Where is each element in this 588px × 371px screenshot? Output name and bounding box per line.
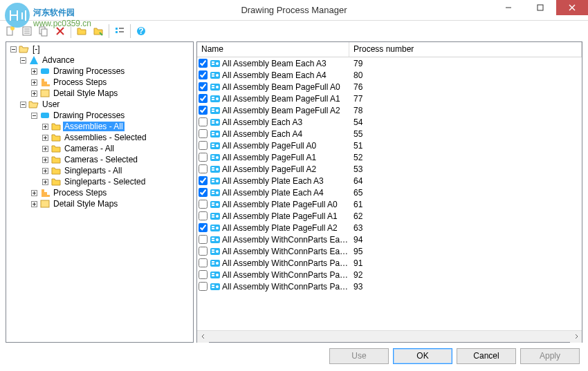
expand-icon[interactable] [41,133,49,142]
list-row[interactable]: All Assembly Beam PageFull A1 77 [197,93,582,104]
tree-user-sp_sel[interactable]: Singleparts - Selected [8,176,192,187]
list-row[interactable]: All Assembly PageFull A2 53 [197,163,582,175]
folder-button-2[interactable] [91,23,106,39]
help-button[interactable]: ? [134,23,149,39]
expand-icon[interactable] [30,67,38,75]
row-checkbox[interactable] [199,176,208,185]
expand-icon[interactable] [41,178,49,186]
expand-icon[interactable] [30,89,38,97]
row-checkbox[interactable] [199,200,208,209]
horizontal-scrollbar[interactable] [197,330,582,342]
properties-button[interactable] [19,23,35,39]
row-checkbox[interactable] [199,141,208,150]
expand-icon[interactable] [41,122,49,131]
row-checkbox[interactable] [199,164,208,173]
row-checkbox[interactable] [199,235,208,244]
tree-user[interactable]: User [8,99,192,110]
tree-user-dsm[interactable]: Detail Style Maps [8,198,192,209]
list-row[interactable]: All Assembly Each A3 54 [197,116,582,128]
expand-icon[interactable] [41,167,49,175]
list-row[interactable]: All Assembly Beam PageFull A0 76 [197,81,582,93]
folder-open-icon [28,99,39,110]
list-body[interactable]: All Assembly Beam Each A3 79 All Assembl… [197,57,582,330]
process-icon [39,66,50,77]
list-row[interactable]: All Assembly Plate PageFull A2 63 [197,222,582,234]
collapse-icon[interactable] [19,100,27,108]
maximize-button[interactable] [524,0,556,15]
list-row[interactable]: All Assembly Beam PageFull A2 78 [197,104,582,116]
tree-user-asm_sel[interactable]: Assemblies - Selected [8,132,192,143]
tree-user-asm_all[interactable]: Assemblies - All [8,121,192,132]
row-checkbox[interactable] [199,59,208,68]
row-checkbox[interactable] [199,94,208,103]
tree-panel[interactable]: [-] Advance Drawing Pro [6,41,194,343]
tree-user-ps[interactable]: Process Steps [8,187,192,198]
minimize-button[interactable] [493,0,524,15]
row-checkbox[interactable] [199,153,208,162]
list-row[interactable]: All Assembly Each A4 55 [197,128,582,140]
delete-button[interactable] [53,23,68,39]
list-row[interactable]: All Assembly Plate PageFull A0 61 [197,198,582,210]
row-checkbox[interactable] [199,82,208,91]
row-checkbox[interactable] [199,188,208,197]
row-checkbox[interactable] [199,247,208,256]
tree-adv-dp[interactable]: Drawing Processes [8,66,192,77]
svg-point-115 [216,191,219,194]
row-checkbox[interactable] [199,211,208,220]
new-button[interactable] [3,23,18,39]
svg-point-75 [216,74,219,77]
tree-user-dp[interactable]: Drawing Processes [8,110,192,121]
close-button[interactable] [556,0,588,15]
use-button[interactable]: Use [329,348,389,364]
row-checkbox[interactable] [199,70,208,79]
row-checkbox[interactable] [199,106,208,115]
svg-point-111 [216,180,219,182]
tree-root[interactable]: [-] [8,44,192,55]
scroll-right-icon[interactable] [570,331,582,343]
list-button[interactable] [112,23,127,39]
list-row[interactable]: All Assembly WithConnParts Pag... 93 [197,280,582,292]
expand-icon[interactable] [30,78,38,86]
expand-icon[interactable] [30,189,38,197]
tree-advance[interactable]: Advance [8,55,192,66]
row-checkbox[interactable] [199,258,208,267]
tree-adv-dsm[interactable]: Detail Style Maps [8,88,192,99]
row-checkbox[interactable] [199,282,208,291]
list-row[interactable]: All Assembly Plate Each A3 64 [197,175,582,187]
expand-icon[interactable] [41,155,49,164]
list-row[interactable]: All Assembly Beam Each A4 80 [197,69,582,81]
expand-icon[interactable] [30,200,38,208]
row-checkbox[interactable] [199,129,208,138]
tree-user-cam_all[interactable]: Cameras - All [8,143,192,154]
tree-adv-ps[interactable]: Process Steps [8,77,192,88]
list-row[interactable]: All Assembly WithConnParts Pag... 92 [197,269,582,280]
collapse-icon[interactable] [30,111,38,120]
tree-user-sp_all[interactable]: Singleparts - All [8,165,192,176]
list-row[interactable]: All Assembly WithConnParts Eac... 94 [197,234,582,245]
list-row[interactable]: All Assembly Plate Each A4 65 [197,187,582,198]
apply-button[interactable]: Apply [520,348,580,364]
content-area: [-] Advance Drawing Pro [0,41,588,343]
expand-icon[interactable] [41,144,49,153]
cancel-button[interactable]: Cancel [457,348,516,364]
collapse-icon[interactable] [9,45,17,53]
list-row[interactable]: All Assembly PageFull A1 52 [197,151,582,163]
list-row[interactable]: All Assembly WithConnParts Eac... 95 [197,245,582,257]
column-process-number[interactable]: Process number [349,42,582,57]
row-checkbox[interactable] [199,270,208,279]
list-row[interactable]: All Assembly WithConnParts Pag... 91 [197,257,582,269]
folder-button-1[interactable] [74,23,89,39]
window-title: Drawing Process Manager [241,5,347,15]
ok-button[interactable]: OK [393,348,452,364]
copy-button[interactable] [36,23,51,39]
list-row[interactable]: All Assembly Beam Each A3 79 [197,57,582,69]
list-row[interactable]: All Assembly PageFull A0 51 [197,140,582,151]
svg-rect-82 [212,99,214,100]
list-row[interactable]: All Assembly Plate PageFull A1 62 [197,210,582,222]
collapse-icon[interactable] [19,56,27,64]
tree-user-cam_sel[interactable]: Cameras - Selected [8,154,192,165]
column-name[interactable]: Name [197,42,349,57]
row-checkbox[interactable] [199,117,208,126]
scroll-left-icon[interactable] [197,331,209,343]
row-checkbox[interactable] [199,223,208,232]
